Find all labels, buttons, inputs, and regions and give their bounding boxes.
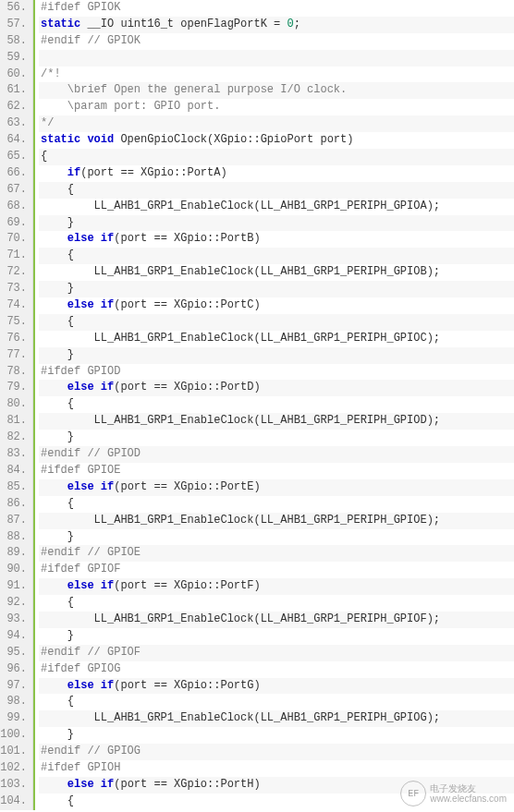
- code-line[interactable]: }: [39, 727, 514, 744]
- token-pp: #endif // GPIOF: [41, 646, 141, 659]
- code-line[interactable]: #ifdef GPIOE: [39, 463, 514, 479]
- code-line[interactable]: {: [39, 182, 514, 199]
- code-line[interactable]: }: [39, 430, 514, 446]
- token-kw: static: [41, 18, 80, 30]
- code-line[interactable]: {: [39, 496, 514, 513]
- token-id: {: [41, 397, 74, 410]
- token-id: [41, 579, 67, 592]
- code-area[interactable]: #ifdef GPIOKstatic __IO uint16_t openFla…: [33, 0, 514, 810]
- code-line[interactable]: #ifdef GPIOK: [39, 0, 514, 17]
- line-number: 99.: [0, 710, 27, 727]
- token-id: [41, 480, 67, 493]
- line-number: 86.: [0, 496, 27, 513]
- token-kw: else if: [67, 778, 114, 791]
- line-number: 93.: [0, 612, 27, 628]
- line-number: 103.: [0, 777, 27, 794]
- line-number: 104.: [0, 794, 27, 810]
- line-number: 95.: [0, 645, 27, 661]
- code-line[interactable]: else if(port == XGpio::PortB): [39, 231, 514, 248]
- token-pp: #endif // GPIOG: [41, 745, 141, 757]
- code-line[interactable]: #endif // GPIOF: [39, 645, 514, 661]
- token-id: __IO uint16_t openFlagPortK =: [80, 18, 287, 30]
- line-number: 70.: [0, 231, 27, 248]
- token-pp: #ifdef GPIOF: [41, 563, 120, 576]
- token-id: }: [41, 216, 74, 229]
- line-number: 91.: [0, 578, 27, 595]
- line-number: 89.: [0, 545, 27, 562]
- line-number: 61.: [0, 82, 27, 99]
- token-kw: else if: [67, 480, 114, 493]
- code-line[interactable]: else if(port == XGpio::PortE): [39, 479, 514, 496]
- token-id: {: [41, 150, 47, 163]
- line-number: 68.: [0, 199, 27, 215]
- token-id: {: [41, 695, 74, 708]
- code-line[interactable]: static __IO uint16_t openFlagPortK = 0;: [39, 17, 514, 33]
- code-line[interactable]: #endif // GPIOG: [39, 744, 514, 760]
- code-line[interactable]: }: [39, 215, 514, 232]
- code-line[interactable]: LL_AHB1_GRP1_EnableClock(LL_AHB1_GRP1_PE…: [39, 413, 514, 430]
- token-id: }: [41, 728, 74, 741]
- token-id: (port == XGpio::PortG): [114, 679, 260, 692]
- line-number: 57.: [0, 17, 27, 33]
- line-number: 67.: [0, 182, 27, 199]
- token-id: (port == XGpio::PortA): [80, 166, 226, 179]
- code-line[interactable]: else if(port == XGpio::PortG): [39, 678, 514, 695]
- token-id: LL_AHB1_GRP1_EnableClock(LL_AHB1_GRP1_PE…: [41, 711, 440, 724]
- code-editor: 56.57.58.59.60.61.62.63.64.65.66.67.68.6…: [0, 0, 514, 810]
- code-line[interactable]: LL_AHB1_GRP1_EnableClock(LL_AHB1_GRP1_PE…: [39, 513, 514, 529]
- code-line[interactable]: }: [39, 281, 514, 297]
- token-id: (port == XGpio::PortD): [114, 381, 260, 394]
- code-line[interactable]: #ifdef GPIOF: [39, 562, 514, 578]
- token-id: (port == XGpio::PortF): [114, 579, 260, 592]
- code-line[interactable]: {: [39, 595, 514, 612]
- code-line[interactable]: {: [39, 314, 514, 331]
- code-line[interactable]: LL_AHB1_GRP1_EnableClock(LL_AHB1_GRP1_PE…: [39, 199, 514, 215]
- token-pp: #endif // GPIOK: [41, 34, 141, 47]
- code-line[interactable]: #endif // GPIOK: [39, 33, 514, 50]
- code-line[interactable]: {: [39, 694, 514, 710]
- token-id: }: [41, 629, 74, 642]
- code-line[interactable]: }: [39, 628, 514, 645]
- line-number: 84.: [0, 463, 27, 479]
- token-id: {: [41, 596, 74, 609]
- code-line[interactable]: else if(port == XGpio::PortF): [39, 578, 514, 595]
- code-line[interactable]: #endif // GPIOE: [39, 545, 514, 562]
- token-id: [41, 778, 67, 791]
- code-line[interactable]: static void OpenGpioClock(XGpio::GpioPor…: [39, 132, 514, 149]
- code-line[interactable]: if(port == XGpio::PortA): [39, 165, 514, 182]
- line-number: 94.: [0, 628, 27, 645]
- code-line[interactable]: #ifdef GPIOD: [39, 364, 514, 381]
- code-line[interactable]: \param port: GPIO port.: [39, 99, 514, 115]
- code-line[interactable]: {: [39, 248, 514, 264]
- code-line[interactable]: {: [39, 149, 514, 165]
- line-number: 72.: [0, 264, 27, 281]
- code-line[interactable]: LL_AHB1_GRP1_EnableClock(LL_AHB1_GRP1_PE…: [39, 612, 514, 628]
- code-line[interactable]: LL_AHB1_GRP1_EnableClock(LL_AHB1_GRP1_PE…: [39, 264, 514, 281]
- line-number: 101.: [0, 744, 27, 760]
- code-line[interactable]: /*!: [39, 67, 514, 83]
- code-line[interactable]: #ifdef GPIOG: [39, 661, 514, 678]
- line-number: 79.: [0, 380, 27, 396]
- token-cm: \brief Open the general purpose I/O cloc…: [41, 83, 347, 96]
- code-line[interactable]: }: [39, 529, 514, 546]
- code-line[interactable]: {: [39, 396, 514, 413]
- code-line[interactable]: #endif // GPIOD: [39, 446, 514, 463]
- code-line[interactable]: #ifdef GPIOH: [39, 760, 514, 777]
- line-number: 75.: [0, 314, 27, 331]
- code-line[interactable]: [39, 50, 514, 67]
- line-number: 96.: [0, 661, 27, 678]
- line-number: 56.: [0, 0, 27, 17]
- code-line[interactable]: else if(port == XGpio::PortD): [39, 380, 514, 396]
- line-number: 76.: [0, 331, 27, 347]
- token-id: [41, 232, 67, 245]
- token-pp: #ifdef GPIOH: [41, 761, 120, 774]
- code-line[interactable]: LL_AHB1_GRP1_EnableClock(LL_AHB1_GRP1_PE…: [39, 331, 514, 347]
- code-line[interactable]: LL_AHB1_GRP1_EnableClock(LL_AHB1_GRP1_PE…: [39, 710, 514, 727]
- code-line[interactable]: */: [39, 115, 514, 132]
- line-number: 65.: [0, 149, 27, 165]
- code-line[interactable]: else if(port == XGpio::PortC): [39, 297, 514, 314]
- token-id: {: [41, 183, 74, 196]
- code-line[interactable]: }: [39, 347, 514, 364]
- code-line[interactable]: \brief Open the general purpose I/O cloc…: [39, 82, 514, 99]
- token-id: }: [41, 530, 74, 543]
